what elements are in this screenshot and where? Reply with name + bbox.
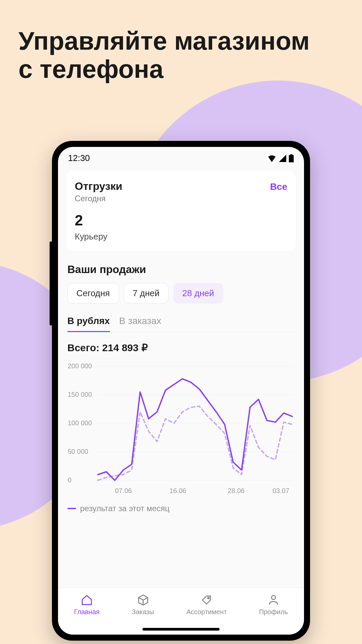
svg-text:0: 0	[68, 476, 71, 484]
shipments-card[interactable]: Отгрузки Все Сегодня 2 Курьеру	[66, 171, 296, 251]
svg-text:16.06: 16.06	[170, 487, 186, 494]
svg-rect-1	[290, 154, 292, 155]
tab-orders[interactable]: В заказах	[119, 316, 161, 332]
svg-text:03.07: 03.07	[273, 487, 289, 494]
tag-icon	[200, 594, 213, 606]
svg-text:07.06: 07.06	[115, 487, 132, 494]
shipments-title: Отгрузки	[75, 180, 122, 193]
nav-assortment[interactable]: Ассортимент	[186, 594, 227, 616]
sales-total: Всего: 214 893 ₽	[66, 342, 296, 354]
svg-text:50 000: 50 000	[68, 448, 88, 455]
svg-rect-0	[289, 155, 294, 162]
shipments-count: 2	[75, 212, 287, 229]
legend-label: результат за этот месяц	[80, 504, 170, 513]
status-bar: 12:30	[58, 147, 304, 167]
legend-swatch	[67, 508, 76, 509]
svg-point-16	[208, 597, 209, 599]
chip-28days[interactable]: 28 дней	[173, 283, 223, 304]
metric-tabs: В рублях В заказах	[66, 316, 296, 332]
nav-profile[interactable]: Профиль	[259, 594, 288, 616]
shipments-subtitle: Сегодня	[75, 194, 287, 203]
shipments-all-link[interactable]: Все	[270, 181, 287, 192]
svg-text:100 000: 100 000	[68, 419, 92, 427]
chart-legend: результат за этот месяц	[66, 497, 296, 513]
user-icon	[267, 594, 280, 606]
signal-icon	[279, 155, 287, 162]
shipments-caption: Курьеру	[75, 231, 287, 242]
svg-point-17	[272, 596, 276, 600]
svg-text:150 000: 150 000	[68, 391, 92, 398]
promo-headline: Управляйте магазином с телефона	[18, 27, 310, 83]
bottom-nav: Главная Заказы Ассортимент Профиль	[58, 588, 304, 635]
chip-today[interactable]: Сегодня	[67, 283, 119, 304]
nav-home[interactable]: Главная	[74, 594, 100, 616]
chip-7days[interactable]: 7 дней	[124, 283, 169, 304]
battery-icon	[289, 154, 294, 162]
status-time: 12:30	[68, 153, 90, 163]
nav-orders-label: Заказы	[132, 608, 154, 616]
svg-text:28.06: 28.06	[228, 487, 245, 494]
nav-orders[interactable]: Заказы	[132, 594, 154, 616]
svg-text:200 000: 200 000	[68, 363, 92, 370]
nav-home-label: Главная	[74, 608, 100, 616]
tab-rubles[interactable]: В рублях	[67, 316, 110, 332]
headline-line1: Управляйте магазином	[18, 26, 310, 55]
wifi-icon	[267, 155, 277, 162]
sales-title: Ваши продажи	[66, 263, 296, 276]
sales-chart: 200 000150 000100 00050 000007.0616.0628…	[66, 363, 296, 497]
nav-assortment-label: Ассортимент	[186, 608, 227, 616]
box-icon	[137, 594, 149, 606]
home-indicator	[142, 628, 220, 631]
headline-line2: с телефона	[18, 55, 164, 83]
phone-mockup: 12:30 Отгрузки Все Сегодня 2 Курьеру Ваш…	[52, 141, 310, 641]
home-icon	[81, 594, 93, 606]
nav-profile-label: Профиль	[259, 608, 288, 616]
period-chips: Сегодня 7 дней 28 дней	[66, 283, 296, 304]
